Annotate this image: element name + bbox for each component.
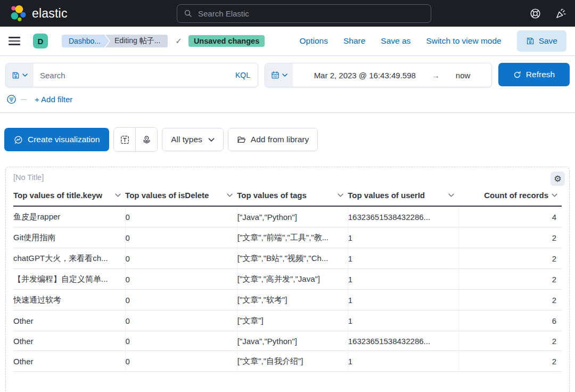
newsfeed-icon[interactable] [555,8,566,19]
cell-isDelete: 0 [125,248,237,269]
column-header-tags[interactable]: Top values of tags [237,186,348,206]
cell-isDelete: 0 [125,206,237,227]
cell-tags: ["文章","B站","视频","Ch... [237,248,348,269]
table-row: chatGPT大火，来看看ch...0["文章","B站","视频","Ch..… [13,248,562,269]
header-action-icons [530,8,566,19]
cell-isDelete: 0 [125,290,237,311]
cell-count: 2 [458,248,562,269]
cell-count: 6 [458,311,562,331]
global-search-box[interactable] [177,4,431,23]
chevron-down-icon [22,74,28,77]
filter-icon[interactable] [6,94,17,104]
column-header-count[interactable]: Count of records [458,186,562,206]
cell-isDelete: 0 [125,269,237,290]
cell-title: Other [13,311,125,331]
cell-userId: 16323651538432286... [348,206,458,227]
dashboard-panel: [No Title] ⚙ Top values of title.keywTop… [5,167,570,392]
table-row: Other0["文章"]16 [13,311,562,331]
table-row: 快速通过软考0["文章","软考"]12 [13,290,562,311]
cell-isDelete: 0 [125,331,237,351]
add-filter-button[interactable]: + Add filter [35,95,72,104]
data-table: Top values of title.keywTop values of is… [13,186,562,372]
save-as-button[interactable]: Save as [381,36,410,46]
table-body: 鱼皮是rapper0["Java","Python"]1632365153843… [13,206,562,372]
cell-userId: 1 [348,269,458,290]
date-range: Mar 2, 2023 @ 16:43:49.598 → now [293,71,491,80]
column-header-userId[interactable]: Top values of userId [348,186,458,206]
save-icon [526,37,535,45]
save-button[interactable]: Save [517,30,566,52]
check-icon: ✓ [175,36,182,46]
cell-userId: 1 [348,351,458,372]
elastic-brand[interactable]: elastic [9,4,177,22]
query-language-button[interactable]: KQL [228,71,258,79]
cell-count: 2 [458,290,562,311]
space-avatar[interactable]: D [33,34,48,48]
cell-title: Git使用指南 [13,227,125,248]
chevron-down-icon [552,193,557,197]
cell-title: 快速通过软考 [13,290,125,311]
refresh-button[interactable]: Refresh [498,63,570,86]
elastic-logo-icon [9,4,27,22]
share-button[interactable]: Share [343,36,365,46]
chevron-down-icon [208,138,215,142]
menu-icon[interactable] [9,37,20,45]
calendar-icon [271,71,280,79]
map-icon[interactable] [136,128,157,151]
cell-userId: 16323651538432286... [348,331,458,351]
date-picker: Mar 2, 2023 @ 16:43:49.598 → now [265,63,492,87]
cell-count: 4 [458,206,562,227]
saved-query-menu-button[interactable] [6,63,34,87]
cell-title: Other [13,331,125,351]
cell-title: Other [13,351,125,372]
edit-toolbar: Create visualization All types [0,113,575,152]
folder-open-icon [237,135,246,144]
cell-tags: ["Java","Python"] [237,206,348,227]
search-icon [184,9,192,18]
help-icon[interactable] [530,8,541,19]
cell-tags: ["文章","前端","工具","教... [237,227,348,248]
options-button[interactable]: Options [300,36,328,46]
add-from-library-button[interactable]: Add from library [228,128,318,151]
global-search-input[interactable] [197,9,424,19]
panel-settings-button[interactable]: ⚙ [551,172,565,186]
cell-count: 2 [458,331,562,351]
text-annotation-icon[interactable] [114,128,135,151]
cell-isDelete: 0 [125,351,237,372]
all-types-dropdown[interactable]: All types [162,128,224,151]
table-row: Other0["Java","Python"]16323651538432286… [13,331,562,351]
switch-to-view-mode-button[interactable]: Switch to view mode [426,36,501,46]
table-row: Git使用指南0["文章","前端","工具","教...12 [13,227,562,248]
chevron-down-icon [448,193,454,197]
column-header-title[interactable]: Top values of title.keyw [13,186,125,206]
refresh-icon [513,71,521,79]
cell-tags: ["Java","Python"] [237,331,348,351]
cell-userId: 1 [348,227,458,248]
breadcrumb: Dashbo... Editing 帖子... [62,35,168,47]
brand-name: elastic [32,6,68,21]
date-range-end[interactable]: now [456,71,471,80]
table-row: Other0["文章","自我介绍"]12 [13,351,562,372]
panel-title: [No Title] [13,173,44,182]
cell-title: 【并发编程】自定义简单... [13,269,125,290]
chevron-down-icon [338,193,343,197]
date-range-start[interactable]: Mar 2, 2023 @ 16:43:49.598 [314,71,416,80]
saved-query-icon [12,71,20,79]
global-header: elastic [0,0,575,27]
date-quick-menu-button[interactable] [265,63,293,87]
cell-count: 2 [458,269,562,290]
filter-divider [21,99,27,100]
cell-tags: ["文章","自我介绍"] [237,351,348,372]
breadcrumb-dashboards[interactable]: Dashbo... [62,35,109,47]
cell-tags: ["文章"] [237,311,348,331]
chevron-down-icon [115,193,121,197]
column-header-isDelete[interactable]: Top values of isDelete [125,186,237,206]
create-visualization-button[interactable]: Create visualization [4,128,109,151]
cell-userId: 1 [348,290,458,311]
table-row: 【并发编程】自定义简单...0["文章","高并发","Java"]12 [13,269,562,290]
cell-title: 鱼皮是rapper [13,206,125,227]
cell-userId: 1 [348,311,458,331]
table-header-row: Top values of title.keywTop values of is… [13,186,562,206]
query-search-input[interactable] [34,71,228,80]
arrow-right-icon: → [432,71,440,80]
